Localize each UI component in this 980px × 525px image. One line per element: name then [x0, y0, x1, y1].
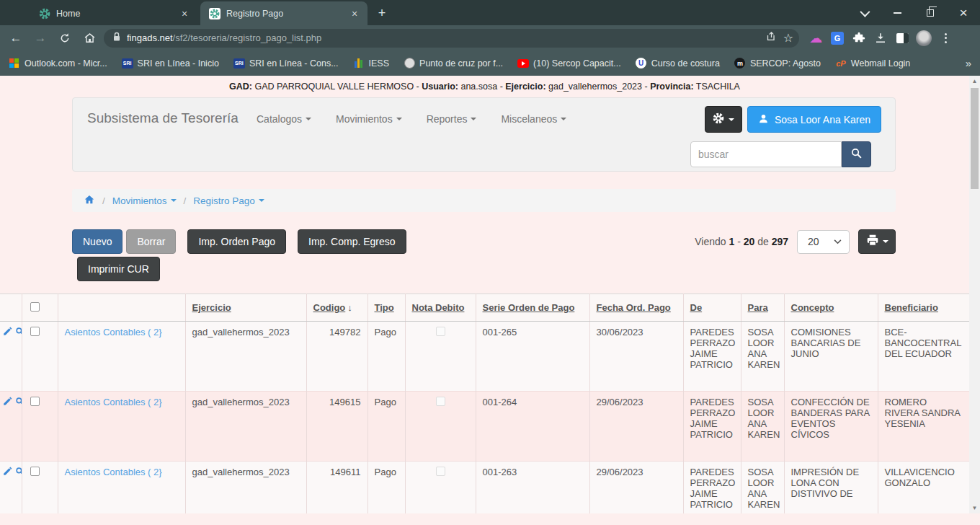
sort-nota-debito[interactable]: Nota Debito	[412, 302, 465, 313]
youtube-icon	[517, 58, 529, 69]
translate-extension-icon[interactable]: G	[828, 29, 847, 48]
bookmark-sri-consultas[interactable]: SRI SRI en Línea - Cons...	[233, 58, 339, 69]
new-tab-button[interactable]: +	[372, 3, 392, 23]
breadcrumb-movimientos[interactable]: Movimientos	[112, 195, 177, 206]
breadcrumb-registro-pago[interactable]: Registro Pago	[193, 195, 264, 206]
view-icon[interactable]	[15, 467, 22, 478]
profile-avatar[interactable]	[914, 29, 933, 48]
nuevo-button[interactable]: Nuevo	[72, 229, 122, 254]
bookmark-webmail[interactable]: cP Webmail Login	[835, 58, 910, 69]
downloads-icon[interactable]	[871, 29, 890, 48]
edit-icon[interactable]	[3, 467, 12, 478]
sort-codigo[interactable]: Codigo	[313, 302, 346, 313]
bookmark-punto-de-cruz[interactable]: Punto de cruz por f...	[404, 58, 503, 69]
view-icon[interactable]	[15, 327, 22, 338]
page-size-select[interactable]: 20	[797, 230, 850, 254]
edit-icon[interactable]	[3, 397, 12, 408]
menu-catalogos[interactable]: Catalogos	[257, 113, 311, 125]
tab-home[interactable]: Home ×	[30, 1, 197, 25]
sort-tipo[interactable]: Tipo	[375, 302, 394, 313]
share-icon[interactable]	[765, 30, 778, 45]
gear-favicon-icon	[39, 8, 50, 19]
cell-concepto: COMISIONES BANCARIAS DE JUNIO	[784, 322, 878, 392]
asientos-contables-link[interactable]: Asientos Contables ( 2}	[65, 327, 162, 338]
search-button[interactable]	[842, 141, 871, 167]
gear-icon	[713, 112, 724, 127]
gear-favicon-icon	[209, 8, 220, 19]
search-input[interactable]	[690, 141, 842, 167]
forward-icon[interactable]: →	[30, 28, 50, 48]
m-icon: m	[734, 58, 746, 69]
browser-toolbar: ← → fingads.net/sf2/tesoreria/registro_p…	[0, 25, 980, 50]
browser-window: Home × Registro Pago × + × ← →	[0, 0, 980, 525]
bookmark-iess[interactable]: IESS	[353, 58, 390, 69]
row-checkbox[interactable]	[30, 397, 40, 406]
row-checkbox[interactable]	[30, 327, 40, 336]
borrar-button[interactable]: Borrar	[126, 229, 176, 254]
cell-ejercicio: gad_vallehermos_2023	[185, 322, 306, 392]
extensions-puzzle-icon[interactable]	[850, 29, 868, 48]
iess-icon	[353, 58, 365, 69]
sort-serie-orden-pago[interactable]: Serie Orden de Pago	[483, 302, 575, 313]
u-icon: U	[636, 58, 647, 69]
close-button[interactable]: ×	[947, 0, 980, 25]
bookmark-sri-inicio[interactable]: SRI SRI en Línea - Inicio	[122, 58, 219, 69]
imp-orden-pago-button[interactable]: Imp. Orden Pago	[187, 229, 286, 254]
minimize-button[interactable]	[881, 0, 914, 25]
bookmark-outlook[interactable]: Outlook.com - Micr...	[9, 58, 107, 69]
sort-desc-icon: ↓	[347, 302, 352, 313]
address-bar[interactable]: fingads.net/sf2/tesoreria/registro_pago_…	[104, 29, 799, 48]
bookmark-sercop-agosto[interactable]: m SERCOP: Agosto	[734, 58, 821, 69]
session-info-bar: GAD: GAD PARROQUIAL VALLE HERMOSO - Usua…	[0, 81, 969, 92]
row-checkbox[interactable]	[30, 467, 40, 476]
print-button[interactable]	[858, 229, 896, 254]
tab-registro-pago[interactable]: Registro Pago ×	[200, 1, 368, 25]
cell-de: PAREDES PERRAZO JAIME PATRICIO	[683, 322, 741, 392]
menu-movimientos[interactable]: Movimientos	[336, 113, 402, 125]
sort-concepto[interactable]: Concepto	[791, 302, 834, 313]
view-icon[interactable]	[15, 397, 22, 408]
vertical-scrollbar[interactable]: ▲ ▼	[969, 76, 980, 513]
app-brand: Subsistema de Tesorería	[87, 110, 239, 126]
chevron-down-icon	[396, 118, 402, 120]
user-menu-button[interactable]: Sosa Loor Ana Karen	[747, 106, 881, 133]
scroll-up-icon[interactable]: ▲	[969, 76, 980, 87]
home-breadcrumb-icon[interactable]	[84, 194, 95, 207]
sort-para[interactable]: Para	[748, 302, 768, 313]
tab-search-icon[interactable]	[847, 0, 881, 25]
back-icon[interactable]: ←	[6, 28, 26, 48]
scroll-down-icon[interactable]: ▼	[969, 503, 980, 513]
bookmarks-overflow-icon[interactable]: »	[966, 57, 971, 69]
nota-debito-checkbox	[436, 327, 445, 336]
imprimir-cur-button[interactable]: Imprimir CUR	[77, 257, 160, 281]
restore-button[interactable]	[914, 0, 947, 25]
home-icon[interactable]	[79, 28, 99, 48]
sort-fecha-ord-pago[interactable]: Fecha Ord. Pago	[597, 302, 671, 313]
chevron-down-icon	[471, 118, 476, 120]
select-all-checkbox[interactable]	[30, 302, 40, 312]
table-row: Asientos Contables ( 2} gad_vallehermos_…	[0, 462, 969, 514]
side-panel-icon[interactable]	[893, 29, 912, 48]
sort-beneficiario[interactable]: Beneficiario	[885, 302, 938, 313]
tab-close-icon[interactable]: ×	[349, 8, 360, 19]
menu-miscelaneos[interactable]: Miscelaneos	[501, 113, 566, 125]
settings-button[interactable]	[705, 106, 742, 133]
asientos-contables-link[interactable]: Asientos Contables ( 2}	[65, 397, 162, 407]
menu-reportes[interactable]: Reportes	[427, 113, 477, 125]
imp-comp-egreso-button[interactable]: Imp. Comp. Egreso	[298, 229, 406, 254]
cell-codigo: 149611	[306, 462, 368, 514]
browser-menu-icon[interactable]	[936, 29, 955, 48]
sort-ejercicio[interactable]: Ejercicio	[192, 302, 231, 313]
asientos-contables-link[interactable]: Asientos Contables ( 2}	[65, 467, 162, 477]
sort-de[interactable]: De	[690, 302, 703, 313]
reload-icon[interactable]	[55, 28, 75, 48]
registro-pago-table: Ejercicio Codigo↓ Tipo Nota Debito Serie…	[0, 294, 969, 513]
nota-debito-checkbox	[436, 397, 445, 406]
cloud-extension-icon[interactable]: ☁	[806, 29, 825, 48]
vertical-scroll-thumb[interactable]	[971, 88, 979, 189]
bookmark-star-icon[interactable]: ☆	[783, 31, 793, 45]
edit-icon[interactable]	[3, 327, 12, 338]
bookmark-curso-costura[interactable]: U Curso de costura	[636, 58, 720, 69]
bookmark-sercop-youtube[interactable]: (10) Sercop Capacit...	[517, 58, 621, 69]
tab-close-icon[interactable]: ×	[179, 8, 190, 19]
